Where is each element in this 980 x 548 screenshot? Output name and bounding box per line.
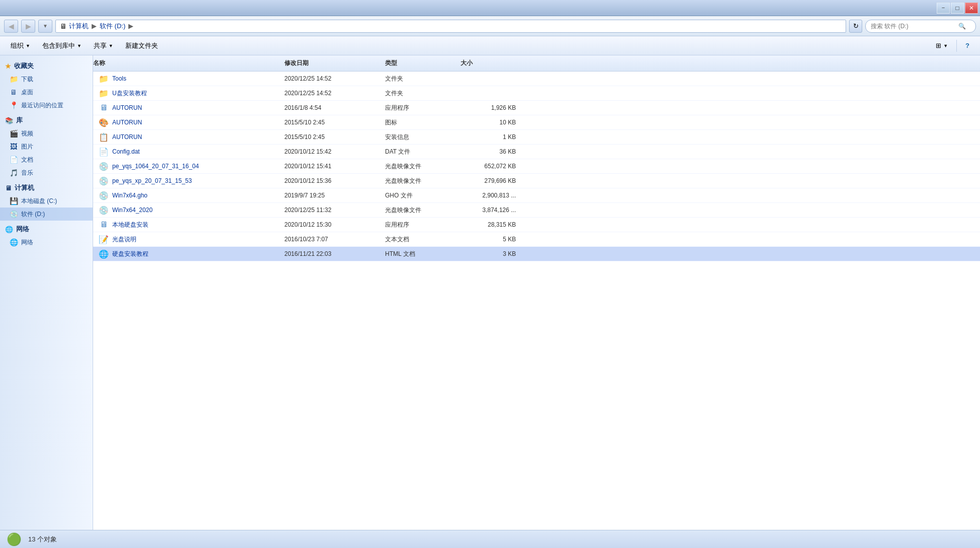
search-box: 🔍 <box>865 20 976 33</box>
table-row[interactable]: 🖥 AUTORUN 2016/1/8 4:54 应用程序 1,926 KB <box>93 101 980 115</box>
star-icon: ★ <box>5 62 11 70</box>
sidebar-section-favorites: ★ 收藏夹 📁 下载 🖥 桌面 📍 最近访问的位置 <box>0 59 93 112</box>
share-button[interactable]: 共享 ▼ <box>88 38 119 53</box>
refresh-button[interactable]: ↻ <box>849 20 862 33</box>
recent-icon: 📍 <box>9 101 18 110</box>
include-library-dropdown-icon: ▼ <box>77 43 82 48</box>
file-name-cell: 📝 光盘说明 <box>93 234 284 245</box>
sidebar-item-localdisk-c[interactable]: 💾 本地磁盘 (C:) <box>0 194 93 208</box>
view-button[interactable]: ⊞ ▼ <box>930 38 953 53</box>
file-list-header: 名称 修改日期 类型 大小 <box>93 55 980 72</box>
column-header-name[interactable]: 名称 <box>93 57 284 69</box>
table-row[interactable]: 📝 光盘说明 2016/10/23 7:07 文本文档 5 KB <box>93 232 980 247</box>
sidebar-item-desktop[interactable]: 🖥 桌面 <box>0 86 93 99</box>
new-folder-button[interactable]: 新建文件夹 <box>120 38 164 53</box>
file-name-cell: 📁 Tools <box>93 73 284 84</box>
forward-button[interactable]: ▶ <box>21 20 35 33</box>
sidebar-item-document[interactable]: 📄 文档 <box>0 153 93 166</box>
file-type-cell: 光盘映像文件 <box>385 177 461 185</box>
column-header-date[interactable]: 修改日期 <box>284 57 385 69</box>
sidebar-item-music[interactable]: 🎵 音乐 <box>0 166 93 179</box>
file-name-label: AUTORUN <box>112 119 142 126</box>
search-icon: 🔍 <box>958 23 966 30</box>
file-name-label: Win7x64.gho <box>112 192 147 199</box>
file-type-icon: 🖥 <box>98 102 109 113</box>
search-input[interactable] <box>871 23 956 30</box>
organize-dropdown-icon: ▼ <box>26 43 30 48</box>
sidebar-item-recent[interactable]: 📍 最近访问的位置 <box>0 99 93 112</box>
sidebar-item-drive-d[interactable]: 💿 软件 (D:) <box>0 208 93 221</box>
file-type-icon: 🌐 <box>98 248 109 259</box>
sidebar-item-video[interactable]: 🎬 视频 <box>0 127 93 140</box>
file-date-cell: 2016/11/21 22:03 <box>284 250 385 257</box>
table-row[interactable]: 🎨 AUTORUN 2015/5/10 2:45 图标 10 KB <box>93 115 980 130</box>
include-library-label: 包含到库中 <box>42 41 75 50</box>
table-row[interactable]: 💿 pe_yqs_1064_20_07_31_16_04 2020/10/12 … <box>93 159 980 174</box>
file-date-cell: 2019/9/7 19:25 <box>284 192 385 199</box>
help-icon: ? <box>965 42 969 49</box>
view-dropdown-icon: ▼ <box>943 43 948 48</box>
sidebar-header-network: 🌐 网络 <box>0 223 93 236</box>
file-name-label: 本地硬盘安装 <box>112 221 148 229</box>
table-row[interactable]: 💿 Win7x64.gho 2019/9/7 19:25 GHO 文件 2,90… <box>93 188 980 203</box>
table-row[interactable]: 💿 Win7x64_2020 2020/12/25 11:32 光盘映像文件 3… <box>93 203 980 218</box>
file-name-label: Win7x64_2020 <box>112 207 153 214</box>
file-name-cell: 💿 pe_yqs_xp_20_07_31_15_53 <box>93 175 284 186</box>
file-date-cell: 2016/10/23 7:07 <box>284 236 385 243</box>
network-icon: 🌐 <box>5 226 13 233</box>
sidebar-section-library: 📚 库 🎬 视频 🖼 图片 📄 文档 🎵 音乐 <box>0 114 93 179</box>
sidebar-section-network: 🌐 网络 🌐 网络 <box>0 223 93 249</box>
file-type-cell: 光盘映像文件 <box>385 162 461 171</box>
file-date-cell: 2016/1/8 4:54 <box>284 104 385 111</box>
new-folder-label: 新建文件夹 <box>125 41 158 50</box>
back-button[interactable]: ◀ <box>4 20 18 33</box>
sidebar-item-network[interactable]: 🌐 网络 <box>0 236 93 249</box>
file-type-cell: HTML 文档 <box>385 250 461 258</box>
file-date-cell: 2020/10/12 15:36 <box>284 177 385 184</box>
share-dropdown-icon: ▼ <box>109 43 113 48</box>
file-date-cell: 2020/10/12 15:30 <box>284 221 385 228</box>
path-drive-d[interactable]: 软件 (D:) <box>100 22 125 31</box>
maximize-button[interactable]: □ <box>951 3 964 14</box>
file-date-cell: 2020/12/25 11:32 <box>284 207 385 214</box>
addressbar: ◀ ▶ ▼ 🖥 计算机 ▶ 软件 (D:) ▶ ↻ 🔍 <box>0 16 980 36</box>
minimize-button[interactable]: － <box>937 3 950 14</box>
download-folder-icon: 📁 <box>9 75 18 84</box>
library-icon: 📚 <box>5 117 13 124</box>
table-row[interactable]: 📋 AUTORUN 2015/5/10 2:45 安装信息 1 KB <box>93 130 980 145</box>
sidebar-header-favorites: ★ 收藏夹 <box>0 59 93 73</box>
statusbar-count: 13 个对象 <box>28 535 57 544</box>
close-button[interactable]: ✕ <box>965 3 978 14</box>
address-path: 🖥 计算机 ▶ 软件 (D:) ▶ <box>55 20 846 33</box>
sidebar-item-download[interactable]: 📁 下载 <box>0 73 93 86</box>
file-size-cell: 5 KB <box>461 236 526 243</box>
table-row[interactable]: 🌐 硬盘安装教程 2016/11/21 22:03 HTML 文档 3 KB <box>93 247 980 261</box>
recent-locations-button[interactable]: ▼ <box>38 20 52 33</box>
table-row[interactable]: 🖥 本地硬盘安装 2020/10/12 15:30 应用程序 28,315 KB <box>93 218 980 232</box>
video-icon: 🎬 <box>9 129 18 138</box>
organize-button[interactable]: 组织 ▼ <box>5 38 36 53</box>
column-header-size[interactable]: 大小 <box>461 57 526 69</box>
path-computer[interactable]: 计算机 <box>69 22 89 31</box>
file-name-cell: 🎨 AUTORUN <box>93 117 284 128</box>
help-button[interactable]: ? <box>960 38 975 53</box>
file-name-label: AUTORUN <box>112 133 142 141</box>
image-icon: 🖼 <box>9 142 18 151</box>
table-row[interactable]: 📄 Config.dat 2020/10/12 15:42 DAT 文件 36 … <box>93 145 980 159</box>
titlebar: － □ ✕ <box>0 0 980 16</box>
table-row[interactable]: 📁 Tools 2020/12/25 14:52 文件夹 <box>93 72 980 86</box>
sidebar-item-image[interactable]: 🖼 图片 <box>0 140 93 153</box>
desktop-icon: 🖥 <box>9 88 18 97</box>
toolbar: 组织 ▼ 包含到库中 ▼ 共享 ▼ 新建文件夹 ⊞ ▼ ? <box>0 36 980 55</box>
file-type-icon: 📝 <box>98 234 109 245</box>
share-label: 共享 <box>94 41 107 50</box>
file-size-cell: 36 KB <box>461 148 526 155</box>
include-library-button[interactable]: 包含到库中 ▼ <box>37 38 87 53</box>
column-header-type[interactable]: 类型 <box>385 57 461 69</box>
file-type-cell: 图标 <box>385 118 461 127</box>
table-row[interactable]: 📁 U盘安装教程 2020/12/25 14:52 文件夹 <box>93 86 980 101</box>
statusbar-app-icon: 🟢 <box>6 531 22 547</box>
file-type-icon: 💿 <box>98 190 109 201</box>
table-row[interactable]: 💿 pe_yqs_xp_20_07_31_15_53 2020/10/12 15… <box>93 174 980 188</box>
file-type-cell: DAT 文件 <box>385 148 461 156</box>
